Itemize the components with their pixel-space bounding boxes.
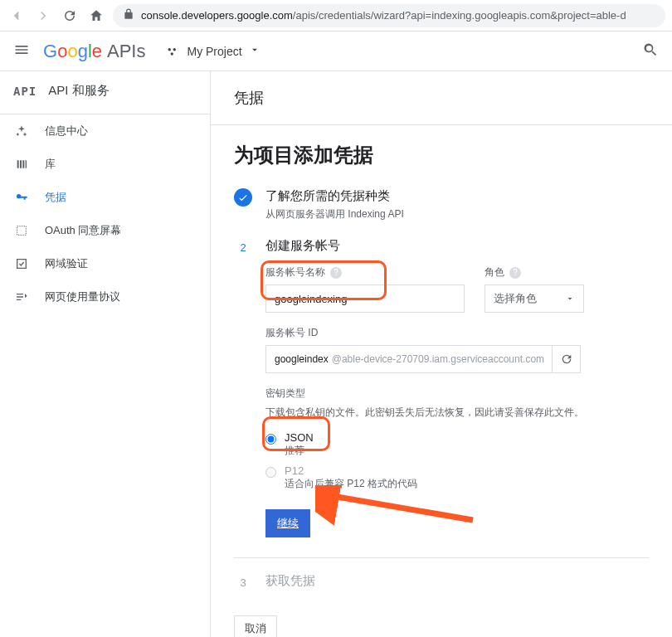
check-icon (234, 188, 252, 207)
role-select[interactable]: 选择角色 (485, 284, 584, 313)
url-text: console.developers.google.com/apis/crede… (141, 9, 626, 22)
svg-point-2 (171, 52, 173, 55)
google-apis-logo[interactable]: Google APIs (43, 41, 145, 62)
sidebar-title: API 和服务 (48, 83, 109, 99)
usage-icon (13, 290, 30, 304)
sidebar-item-label: OAuth 同意屏幕 (45, 223, 121, 238)
main-header: 凭据 (211, 71, 672, 125)
svg-point-0 (168, 48, 171, 51)
service-id-box: googleindex @able-device-270709.iam.gser… (265, 345, 581, 373)
help-icon[interactable]: ? (330, 267, 342, 279)
home-icon[interactable] (86, 6, 106, 26)
divider (234, 557, 649, 558)
refresh-icon[interactable] (552, 346, 580, 372)
project-selector[interactable]: My Project (165, 44, 260, 59)
radio-json-input[interactable] (265, 434, 276, 445)
sidebar-item-library[interactable]: 库 (0, 148, 210, 181)
browser-chrome: console.developers.google.com/apis/crede… (0, 0, 672, 32)
step-3: 3 获取凭据 (234, 573, 649, 592)
key-label: 密钥类型 (265, 387, 649, 401)
sidebar-header: API API 和服务 (0, 71, 210, 114)
step3-num: 3 (234, 573, 252, 591)
sidebar-item-label: 库 (45, 157, 56, 172)
library-icon (13, 158, 30, 171)
key-icon (13, 191, 30, 204)
sidebar-item-label: 网页使用量协议 (45, 289, 120, 304)
json-sub: 推荐 (285, 444, 314, 458)
dropdown-icon (249, 44, 261, 58)
cancel-button[interactable]: 取消 (234, 615, 277, 637)
sidebar-item-dashboard[interactable]: 信息中心 (0, 114, 210, 148)
verify-icon (13, 257, 30, 270)
step3-title: 获取凭据 (265, 573, 649, 589)
step1-sub: 从网页服务器调用 Indexing API (265, 207, 649, 221)
p12-sub: 适合向后兼容 P12 格式的代码 (285, 477, 417, 491)
radio-p12-input[interactable] (265, 467, 276, 478)
id-label: 服务帐号 ID (265, 326, 581, 340)
svg-line-3 (328, 495, 473, 520)
app-bar: Google APIs My Project (0, 32, 672, 71)
step-2: 2 创建服务帐号 服务帐号名称 ? (234, 238, 649, 537)
sid-rest: @able-device-270709.iam.gserviceaccount.… (332, 353, 552, 365)
radio-json[interactable]: JSON 推荐 (265, 428, 649, 461)
svg-point-1 (173, 48, 176, 51)
service-name-input[interactable] (265, 284, 465, 313)
search-icon[interactable] (642, 41, 659, 61)
api-icon: API (13, 85, 37, 98)
oauth-icon (13, 224, 30, 237)
sidebar-item-domain[interactable]: 网域验证 (0, 247, 210, 280)
sidebar: API API 和服务 信息中心 库 凭据 OAuth 同意屏幕 (0, 71, 211, 637)
sidebar-item-label: 信息中心 (45, 124, 88, 139)
json-label: JSON (285, 431, 314, 444)
url-bar[interactable]: console.developers.google.com/apis/crede… (113, 4, 665, 27)
back-icon[interactable] (7, 6, 27, 26)
continue-button[interactable]: 继续 (265, 509, 310, 537)
sidebar-item-credentials[interactable]: 凭据 (0, 181, 210, 214)
step1-title: 了解您所需的凭据种类 (265, 188, 649, 204)
role-label: 角色 ? (485, 265, 592, 280)
name-label: 服务帐号名称 ? (265, 265, 465, 280)
step2-title: 创建服务帐号 (265, 238, 649, 254)
lock-icon (123, 8, 134, 22)
page-title: 为项目添加凭据 (234, 142, 649, 168)
step-1: 了解您所需的凭据种类 从网页服务器调用 Indexing API (234, 188, 649, 221)
project-name: My Project (187, 45, 241, 58)
step2-num: 2 (234, 238, 252, 256)
sidebar-item-oauth[interactable]: OAuth 同意屏幕 (0, 214, 210, 247)
sidebar-item-label: 凭据 (45, 190, 66, 205)
sid-prefix: googleindex (266, 353, 332, 365)
radio-p12[interactable]: P12 适合向后兼容 P12 格式的代码 (265, 461, 649, 494)
forward-icon[interactable] (33, 6, 53, 26)
key-desc: 下载包含私钥的文件。此密钥丢失后无法恢复，因此请妥善保存此文件。 (265, 406, 649, 420)
dashboard-icon (13, 124, 30, 138)
main: 凭据 为项目添加凭据 了解您所需的凭据种类 从网页服务器调用 Indexing … (211, 71, 672, 637)
menu-icon[interactable] (13, 41, 33, 61)
reload-icon[interactable] (60, 6, 80, 26)
chevron-down-icon (565, 294, 575, 304)
p12-label: P12 (285, 464, 417, 477)
project-dots-icon (165, 44, 180, 59)
sidebar-item-label: 网域验证 (45, 256, 88, 271)
sidebar-item-usage[interactable]: 网页使用量协议 (0, 280, 210, 314)
help-icon[interactable]: ? (509, 267, 521, 279)
